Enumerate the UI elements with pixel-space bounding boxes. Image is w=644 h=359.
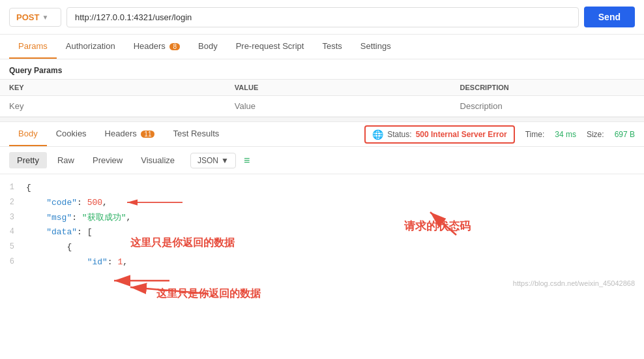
code-line-5: 5 { bbox=[0, 240, 644, 255]
format-select[interactable]: JSON ▼ bbox=[190, 153, 236, 168]
globe-icon: 🌐 bbox=[372, 129, 383, 140]
line-content-2: "code": 500, bbox=[23, 196, 644, 210]
line-num-4: 4 bbox=[0, 226, 23, 240]
url-bar: POST ▼ Send bbox=[0, 0, 644, 35]
response-headers-badge: 11 bbox=[141, 131, 154, 138]
col-header-key: KEY bbox=[0, 80, 226, 96]
status-label: Status: bbox=[387, 130, 411, 139]
desc-input[interactable] bbox=[460, 101, 635, 111]
view-pretty-btn[interactable]: Pretty bbox=[9, 152, 47, 168]
watermark: https://blog.csdn.net/weixin_45042868 bbox=[0, 277, 644, 290]
view-raw-btn[interactable]: Raw bbox=[50, 152, 82, 168]
data-annotation: 这里只是你返回的数据 bbox=[130, 236, 235, 250]
response-tab-cookies[interactable]: Cookies bbox=[47, 122, 96, 146]
line-content-1: { bbox=[23, 181, 644, 195]
response-section: Body Cookies Headers 11 Test Results 🌐 S… bbox=[0, 122, 644, 277]
json-key-msg: "msg" bbox=[46, 213, 72, 223]
json-value-code: 500 bbox=[87, 198, 102, 208]
format-chevron-icon: ▼ bbox=[221, 156, 229, 165]
method-select[interactable]: POST ▼ bbox=[9, 8, 61, 27]
json-value-msg: "获取成功" bbox=[82, 213, 126, 223]
response-tab-headers[interactable]: Headers 11 bbox=[96, 122, 164, 146]
wrap-icon[interactable]: ≡ bbox=[244, 155, 250, 166]
tab-tests[interactable]: Tests bbox=[313, 35, 351, 59]
size-value: 697 B bbox=[615, 130, 635, 139]
method-label: POST bbox=[16, 12, 39, 22]
view-preview-btn[interactable]: Preview bbox=[85, 152, 130, 168]
json-key-data: "data" bbox=[46, 227, 77, 237]
line-content-3: "msg": "获取成功", bbox=[23, 211, 644, 225]
view-visualize-btn[interactable]: Visualize bbox=[133, 152, 183, 168]
query-params-header: Query Params bbox=[0, 59, 644, 79]
body-toolbar: Pretty Raw Preview Visualize JSON ▼ ≡ bbox=[0, 147, 644, 174]
size-label: Size: bbox=[587, 130, 604, 139]
params-table: KEY VALUE DESCRIPTION bbox=[0, 79, 644, 117]
code-line-4: 4 "data": [ bbox=[0, 225, 644, 240]
response-header: Body Cookies Headers 11 Test Results 🌐 S… bbox=[0, 122, 644, 147]
value-input[interactable] bbox=[235, 101, 442, 111]
table-row bbox=[0, 96, 644, 117]
response-tab-test-results[interactable]: Test Results bbox=[164, 122, 228, 146]
line-num-5: 5 bbox=[0, 241, 23, 255]
request-tabs: Params Authorization Headers 8 Body Pre-… bbox=[0, 35, 644, 59]
format-label: JSON bbox=[198, 156, 218, 165]
line-content-6: "id": 1, bbox=[23, 256, 644, 270]
line-num-3: 3 bbox=[0, 211, 23, 225]
line-num-6: 6 bbox=[0, 256, 23, 270]
tab-body[interactable]: Body bbox=[189, 35, 227, 59]
tab-authorization[interactable]: Authorization bbox=[57, 35, 124, 59]
col-header-value: VALUE bbox=[226, 80, 451, 96]
line-content-5: { bbox=[23, 241, 644, 255]
code-line-3: 3 "msg": "获取成功", bbox=[0, 211, 644, 226]
code-overlay-container: 1 { 2 "code": 500, 3 "msg": "获取成功", bbox=[0, 174, 644, 277]
tab-settings[interactable]: Settings bbox=[351, 35, 400, 59]
code-line-6: 6 "id": 1, bbox=[0, 255, 644, 270]
send-button[interactable]: Send bbox=[584, 7, 635, 27]
code-block: 1 { 2 "code": 500, 3 "msg": "获取成功", bbox=[0, 174, 644, 277]
line-num-2: 2 bbox=[0, 196, 23, 210]
key-input[interactable] bbox=[9, 101, 216, 111]
col-header-desc: DESCRIPTION bbox=[451, 80, 644, 96]
code-line-1: 1 { bbox=[0, 181, 644, 196]
tab-pre-request[interactable]: Pre-request Script bbox=[227, 35, 314, 59]
chevron-down-icon: ▼ bbox=[42, 14, 48, 21]
headers-badge: 8 bbox=[169, 43, 180, 50]
tab-headers[interactable]: Headers 8 bbox=[124, 35, 189, 59]
section-divider bbox=[0, 117, 644, 122]
response-status-area: 🌐 Status: 500 Internal Server Error Time… bbox=[364, 125, 635, 144]
status-value: 500 Internal Server Error bbox=[416, 130, 507, 139]
json-key-id: "id" bbox=[87, 257, 108, 267]
status-badge-box: 🌐 Status: 500 Internal Server Error bbox=[364, 125, 514, 144]
json-key-code: "code" bbox=[46, 198, 77, 208]
app-container: POST ▼ Send Params Authorization Headers… bbox=[0, 0, 644, 359]
time-label: Time: bbox=[525, 130, 545, 139]
tab-params[interactable]: Params bbox=[9, 35, 57, 59]
line-num-1: 1 bbox=[0, 181, 23, 195]
time-value: 34 ms bbox=[555, 130, 576, 139]
response-tab-body[interactable]: Body bbox=[9, 122, 47, 146]
line-content-4: "data": [ bbox=[23, 226, 644, 240]
url-input[interactable] bbox=[66, 7, 579, 27]
code-line-2: 2 "code": 500, bbox=[0, 196, 644, 211]
